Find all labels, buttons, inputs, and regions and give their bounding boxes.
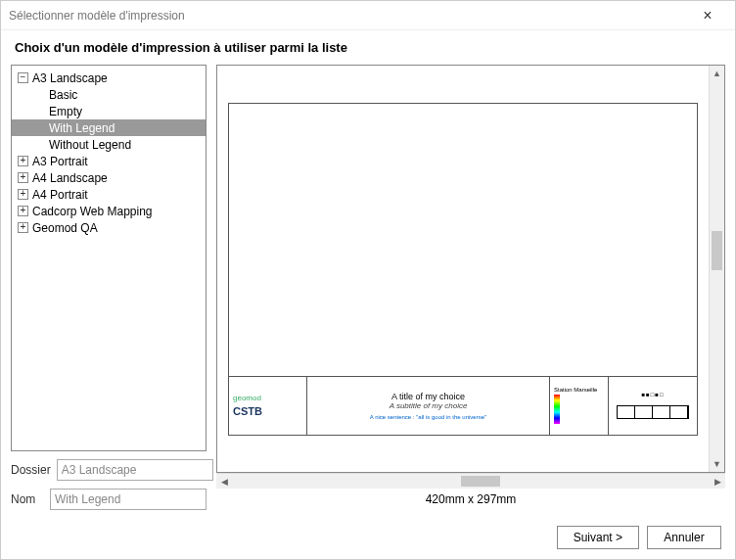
expand-icon[interactable]: + — [18, 206, 28, 216]
legend-title: Station Marseille — [554, 387, 604, 393]
window-title: Sélectionner modèle d'impression — [9, 9, 688, 23]
collapse-icon[interactable]: − — [18, 72, 28, 83]
tree-item-geomod-qa[interactable]: +Geomod QA — [12, 219, 206, 236]
tree-item-a4-portrait[interactable]: +A4 Portrait — [12, 186, 206, 203]
expand-icon[interactable]: + — [18, 172, 28, 183]
legend-colorbar — [554, 395, 560, 424]
dossier-row: Dossier — [11, 459, 207, 481]
tree-root-a3-landscape[interactable]: − A3 Landscape — [12, 70, 206, 86]
dossier-input[interactable] — [57, 459, 213, 481]
logo-block: geomod CSTB — [229, 377, 307, 435]
dialog-footer: Suivant > Annuler — [1, 516, 735, 559]
page-footer: geomod CSTB A title of my choice A subti… — [229, 376, 697, 435]
scroll-left-icon[interactable]: ◀ — [216, 474, 232, 489]
preview-viewport: geomod CSTB A title of my choice A subti… — [217, 66, 709, 472]
tree-item-basic[interactable]: Basic — [12, 86, 206, 103]
tree-item-a3-portrait[interactable]: +A3 Portrait — [12, 153, 206, 169]
tree-item-empty[interactable]: Empty — [12, 103, 206, 119]
scale-block: ■■□■□ — [609, 377, 697, 435]
dossier-label: Dossier — [11, 463, 51, 477]
vertical-scrollbar[interactable]: ▲ ▼ — [709, 66, 724, 472]
vscroll-thumb[interactable] — [712, 231, 722, 270]
map-placeholder — [229, 104, 697, 376]
hscroll-thumb[interactable] — [461, 476, 500, 487]
dialog-window: Sélectionner modèle d'impression × Choix… — [0, 0, 736, 560]
title-block: A title of my choice A subtitle of my ch… — [307, 377, 550, 435]
preview-caption: A nice sentence : "all is good in the un… — [370, 414, 486, 420]
scale-grid — [617, 405, 689, 419]
dimensions-label: 420mm x 297mm — [216, 489, 725, 510]
hscroll-track[interactable] — [232, 474, 710, 489]
nom-label: Nom — [11, 492, 44, 506]
preview-subtitle: A subtitle of my choice — [390, 401, 468, 410]
left-panel: − A3 Landscape Basic Empty With Legend W… — [11, 65, 207, 510]
scroll-down-icon[interactable]: ▼ — [710, 456, 724, 472]
close-icon[interactable]: × — [688, 7, 727, 24]
tree-item-cadcorp[interactable]: +Cadcorp Web Mapping — [12, 203, 206, 219]
horizontal-scrollbar[interactable]: ◀ ▶ — [216, 473, 725, 489]
preview-title: A title of my choice — [391, 392, 465, 401]
nom-row: Nom — [11, 489, 207, 510]
content-area: − A3 Landscape Basic Empty With Legend W… — [1, 65, 735, 516]
tree-item-a4-landscape[interactable]: +A4 Landscape — [12, 169, 206, 186]
instruction-text: Choix d'un modèle d'impression à utilise… — [1, 30, 735, 65]
nom-input[interactable] — [50, 489, 207, 510]
vscroll-track[interactable] — [710, 81, 724, 456]
tree-item-with-legend[interactable]: With Legend — [12, 119, 206, 136]
expand-icon[interactable]: + — [18, 156, 28, 166]
preview-container: geomod CSTB A title of my choice A subti… — [216, 65, 725, 473]
page-preview: geomod CSTB A title of my choice A subti… — [228, 103, 698, 436]
legend-block: Station Marseille — [550, 377, 609, 435]
expand-icon[interactable]: + — [18, 189, 28, 200]
scroll-right-icon[interactable]: ▶ — [710, 474, 725, 489]
right-panel: geomod CSTB A title of my choice A subti… — [216, 65, 725, 510]
scroll-up-icon[interactable]: ▲ — [710, 66, 724, 81]
scalebar-icon: ■■□■□ — [641, 392, 664, 397]
tree-label: A3 Landscape — [32, 71, 108, 85]
template-tree[interactable]: − A3 Landscape Basic Empty With Legend W… — [11, 65, 207, 451]
geomod-logo: geomod — [233, 394, 302, 402]
cstb-logo: CSTB — [233, 405, 302, 417]
expand-icon[interactable]: + — [18, 222, 28, 233]
cancel-button[interactable]: Annuler — [647, 526, 721, 549]
next-button[interactable]: Suivant > — [557, 526, 639, 549]
titlebar: Sélectionner modèle d'impression × — [1, 1, 735, 30]
tree-item-without-legend[interactable]: Without Legend — [12, 136, 206, 153]
